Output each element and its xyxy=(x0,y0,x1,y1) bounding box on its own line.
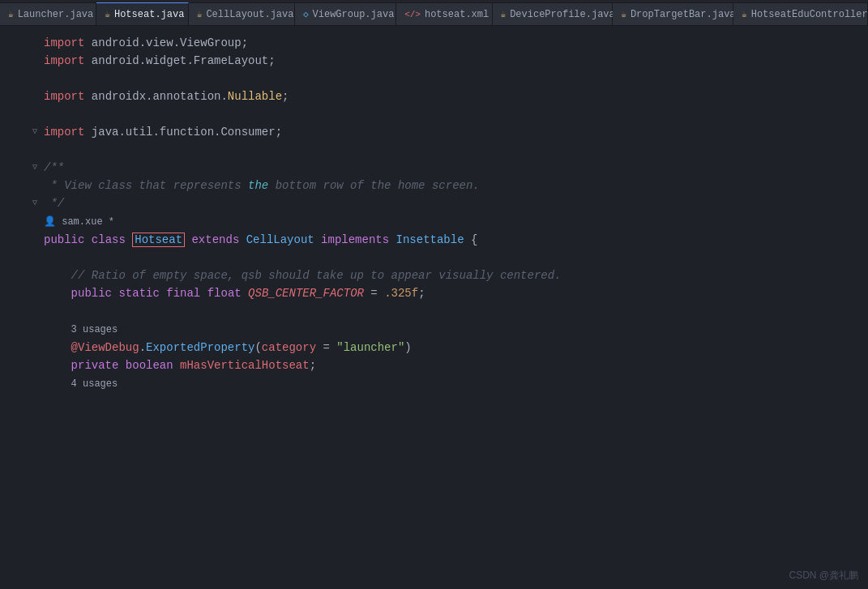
code-line-empty1 xyxy=(0,249,868,267)
line-content-8: /** xyxy=(41,159,868,177)
tab-label-hotseat: Hotseat.java xyxy=(114,9,184,20)
fold-6[interactable]: ▽ xyxy=(29,123,41,141)
tab-label-hotseat-xml: hotseat.xml xyxy=(425,9,489,20)
tab-label-deviceprofile: DeviceProfile.java xyxy=(510,9,615,20)
line-content-author: 👤 sam.xue * xyxy=(41,212,868,231)
tab-label-launcher: Launcher.java xyxy=(18,9,94,20)
fold-8[interactable]: ▽ xyxy=(29,159,41,177)
tab-icon-hotseatedu: ☕ xyxy=(742,9,747,19)
tab-label-droptargetbar: DropTargetBar.java xyxy=(631,9,736,20)
code-line-5 xyxy=(0,105,868,123)
line-content-empty1 xyxy=(41,249,868,267)
tab-hotseat-xml[interactable]: </> hotseat.xml ✕ xyxy=(396,2,492,25)
code-line-anno: @ViewDebug.ExportedProperty(category = "… xyxy=(0,339,868,356)
line-content-field1: private boolean mHasVerticalHotseat; xyxy=(41,356,868,374)
line-content-6: import java.util.function.Consumer; xyxy=(41,123,868,141)
tab-celllayout[interactable]: ☕ CellLayout.java ✕ xyxy=(189,2,295,25)
code-line-4: import androidx.annotation.Nullable; xyxy=(0,87,868,105)
tab-label-celllayout: CellLayout.java xyxy=(206,9,293,20)
tab-icon-launcher: ☕ xyxy=(8,9,14,19)
tab-hotseatedu[interactable]: ☕ HotseatEduController.ja xyxy=(733,2,868,25)
code-line-usages1: 3 usages xyxy=(0,320,868,339)
code-line-7 xyxy=(0,141,868,159)
code-line-empty2 xyxy=(0,302,868,320)
tab-viewgroup[interactable]: ◇ ViewGroup.java ✕ xyxy=(295,2,396,25)
code-editor: import android.view.ViewGroup; import an… xyxy=(0,26,868,401)
line-content-empty2 xyxy=(41,302,868,320)
code-line-const: public static final float QSB_CENTER_FAC… xyxy=(0,284,868,302)
tab-label-hotseatedu: HotseatEduController.ja xyxy=(751,9,868,20)
tab-icon-hotseat-xml: </> xyxy=(404,10,421,19)
line-content-7 xyxy=(41,141,868,159)
code-line-author: 👤 sam.xue * xyxy=(0,212,868,231)
tab-hotseat[interactable]: ☕ Hotseat.java ✕ xyxy=(96,2,188,25)
tab-launcher[interactable]: ☕ Launcher.java ✕ xyxy=(0,2,96,25)
code-line-9: * View class that represents the bottom … xyxy=(0,177,868,194)
line-content-5 xyxy=(41,105,868,123)
line-content-3 xyxy=(41,70,868,87)
line-content-10: */ xyxy=(41,194,868,212)
line-content-usages2: 4 usages xyxy=(41,374,868,393)
line-content-2: import android.widget.FrameLayout; xyxy=(41,52,868,70)
code-line-class: public class Hotseat extends CellLayout … xyxy=(0,231,868,249)
tab-bar: ☕ Launcher.java ✕ ☕ Hotseat.java ✕ ☕ Cel… xyxy=(0,0,868,26)
code-line-3 xyxy=(0,70,868,87)
line-content-4: import androidx.annotation.Nullable; xyxy=(41,87,868,105)
code-line-1: import android.view.ViewGroup; xyxy=(0,34,868,52)
code-line-8: ▽ /** xyxy=(0,159,868,177)
line-content-1: import android.view.ViewGroup; xyxy=(41,34,868,52)
tab-icon-droptargetbar: ☕ xyxy=(621,9,626,19)
tab-icon-hotseat: ☕ xyxy=(105,9,110,19)
line-content-usages1: 3 usages xyxy=(41,320,868,339)
line-content-class: public class Hotseat extends CellLayout … xyxy=(41,231,868,249)
tab-icon-celllayout: ☕ xyxy=(197,9,203,19)
tab-droptargetbar[interactable]: ☕ DropTargetBar.java ✕ xyxy=(613,2,733,25)
code-line-field1: private boolean mHasVerticalHotseat; xyxy=(0,356,868,374)
code-line-comment1: // Ratio of empty space, qsb should take… xyxy=(0,267,868,284)
watermark: CSDN @龚礼鹏 xyxy=(789,569,858,583)
tab-label-viewgroup: ViewGroup.java xyxy=(313,9,395,20)
code-line-6: ▽ import java.util.function.Consumer; xyxy=(0,123,868,141)
fold-10[interactable]: ▽ xyxy=(29,194,41,212)
tab-icon-deviceprofile: ☕ xyxy=(501,9,507,19)
hotseat-highlight: Hotseat xyxy=(132,233,185,247)
line-content-const: public static final float QSB_CENTER_FAC… xyxy=(41,284,868,302)
code-line-2: import android.widget.FrameLayout; xyxy=(0,52,868,70)
tab-deviceprofile[interactable]: ☕ DeviceProfile.java ✕ xyxy=(493,2,614,25)
code-line-10: ▽ */ xyxy=(0,194,868,212)
tab-icon-viewgroup: ◇ xyxy=(303,9,309,19)
line-content-anno: @ViewDebug.ExportedProperty(category = "… xyxy=(41,339,868,356)
line-content-comment1: // Ratio of empty space, qsb should take… xyxy=(41,267,868,284)
line-content-9: * View class that represents the bottom … xyxy=(41,177,868,194)
code-line-usages2: 4 usages xyxy=(0,374,868,393)
